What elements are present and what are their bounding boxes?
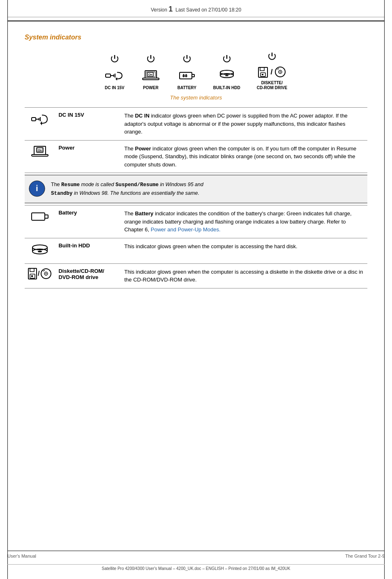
note-cell: i The Resume mode is called Suspend/Resu… bbox=[25, 173, 367, 205]
icon-label-dc-in: DC IN 15V bbox=[105, 85, 125, 90]
power-icon-cell: On bbox=[25, 140, 55, 173]
svg-point-27 bbox=[280, 72, 281, 73]
icons-row: DC IN 15V On POWER bbox=[25, 51, 367, 90]
battery-table-icon bbox=[31, 210, 49, 224]
svg-rect-47 bbox=[28, 268, 37, 279]
section-title: System indicators bbox=[25, 34, 367, 41]
svg-rect-28 bbox=[32, 118, 36, 121]
hdd-icon bbox=[217, 68, 237, 83]
icon-item-diskette-cd: / DISKETTE/CD-ROM DRIVE bbox=[257, 51, 287, 90]
saved-text: Last Saved on 27/01/00 18:20 bbox=[175, 7, 241, 13]
battery-icon-cell bbox=[25, 205, 55, 238]
icons-caption: The system indicators bbox=[25, 95, 367, 101]
hdd-icon-cell bbox=[25, 238, 55, 263]
svg-rect-50 bbox=[31, 275, 33, 277]
note-text: The Resume mode is called Suspend/Resume… bbox=[51, 180, 203, 198]
icon-label-power: POWER bbox=[143, 85, 159, 90]
icon-item-hdd: BUILT-IN HDD bbox=[213, 53, 240, 90]
svg-point-46 bbox=[38, 251, 42, 252]
svg-rect-9 bbox=[143, 78, 159, 80]
power-ring-icon-diskette bbox=[266, 51, 278, 63]
svg-point-20 bbox=[225, 75, 228, 76]
power-ring-icon-dc bbox=[109, 53, 120, 66]
svg-rect-41 bbox=[45, 215, 48, 218]
svg-marker-4 bbox=[115, 77, 117, 81]
table-row-battery: Battery The Battery indicator indicates … bbox=[25, 205, 367, 238]
power-ring-icon-power bbox=[145, 53, 157, 66]
page-border-right bbox=[384, 0, 385, 579]
battery-desc: The Battery indicator indicates the cond… bbox=[121, 205, 367, 238]
bottom-note: Satellite Pro 4200/4300 User's Manual – … bbox=[7, 564, 385, 571]
info-icon: i bbox=[29, 180, 45, 197]
dc-in-name: DC IN 15V bbox=[55, 108, 121, 141]
power-table-icon: On bbox=[31, 145, 49, 160]
footer-right: The Grand Tour 2-9 bbox=[345, 554, 385, 558]
indicators-table: DC IN 15V The DC IN indicator glows gree… bbox=[25, 107, 367, 288]
icon-label-hdd: BUILT-IN HDD bbox=[213, 85, 240, 90]
page-header: Version 1 Last Saved on 27/01/00 18:20 bbox=[7, 0, 385, 17]
svg-text:On: On bbox=[148, 73, 152, 76]
svg-rect-24 bbox=[262, 74, 263, 75]
dc-in-icon bbox=[105, 68, 125, 83]
svg-rect-11 bbox=[192, 74, 194, 77]
diskette-icon bbox=[257, 66, 269, 78]
svg-point-53 bbox=[46, 273, 47, 274]
svg-rect-0 bbox=[106, 74, 111, 77]
table-row-note: i The Resume mode is called Suspend/Resu… bbox=[25, 173, 367, 205]
page-footer: User's Manual The Grand Tour 2-9 bbox=[7, 551, 385, 558]
diskette-cd-desc: This indicator glows green when the comp… bbox=[121, 263, 367, 288]
version-label: Version bbox=[151, 7, 167, 13]
dc-in-icon-cell bbox=[25, 108, 55, 141]
power-laptop-icon: On bbox=[141, 68, 161, 83]
hdd-desc: This indicator glows green when the comp… bbox=[121, 238, 367, 263]
diskette-table-icon bbox=[28, 268, 37, 279]
icon-label-diskette-cd: DISKETTE/CD-ROM DRIVE bbox=[257, 81, 287, 90]
svg-rect-37 bbox=[32, 155, 48, 156]
svg-rect-48 bbox=[30, 268, 34, 272]
table-row-diskette-cd: / Diskette/CD-ROM/DVD-ROM drive This ind… bbox=[25, 263, 367, 288]
svg-rect-40 bbox=[32, 213, 45, 220]
diskette-cd-icon-cell: / bbox=[25, 263, 55, 288]
footer-left: User's Manual bbox=[7, 554, 36, 558]
hdd-table-icon bbox=[31, 242, 49, 258]
dc-in-table-icon bbox=[31, 112, 49, 127]
svg-text:i: i bbox=[36, 183, 38, 193]
svg-text:On: On bbox=[38, 149, 42, 152]
icon-item-dc-in: DC IN 15V bbox=[105, 53, 125, 90]
battery-icon bbox=[177, 68, 197, 83]
icon-item-power: On POWER bbox=[141, 53, 161, 90]
version-number: 1 bbox=[168, 5, 173, 13]
diskette-cd-name: Diskette/CD-ROM/DVD-ROM drive bbox=[55, 263, 121, 288]
power-ring-icon-battery bbox=[181, 53, 193, 66]
svg-rect-22 bbox=[260, 67, 264, 71]
table-row-power: On Power The Power indicator glows green… bbox=[25, 140, 367, 173]
power-ring-icon-hdd bbox=[221, 53, 233, 66]
cd-table-icon bbox=[40, 268, 52, 279]
icon-item-battery: BATTERY bbox=[177, 53, 197, 90]
dc-in-desc: The DC IN indicator glows green when DC … bbox=[121, 108, 367, 141]
power-desc: The Power indicator glows green when the… bbox=[121, 140, 367, 173]
hdd-name: Built-in HDD bbox=[55, 238, 121, 263]
table-row-hdd: Built-in HDD This indicator glows green … bbox=[25, 238, 367, 263]
note-box: i The Resume mode is called Suspend/Resu… bbox=[25, 175, 367, 203]
icon-label-battery: BATTERY bbox=[178, 85, 196, 90]
table-row-dc-in: DC IN 15V The DC IN indicator glows gree… bbox=[25, 108, 367, 141]
battery-name: Battery bbox=[55, 205, 121, 238]
main-content: System indicators DC IN 15V bbox=[25, 21, 367, 288]
page-border-left bbox=[7, 0, 8, 579]
svg-marker-32 bbox=[40, 121, 42, 125]
cd-icon bbox=[274, 66, 286, 78]
power-name: Power bbox=[55, 140, 121, 173]
